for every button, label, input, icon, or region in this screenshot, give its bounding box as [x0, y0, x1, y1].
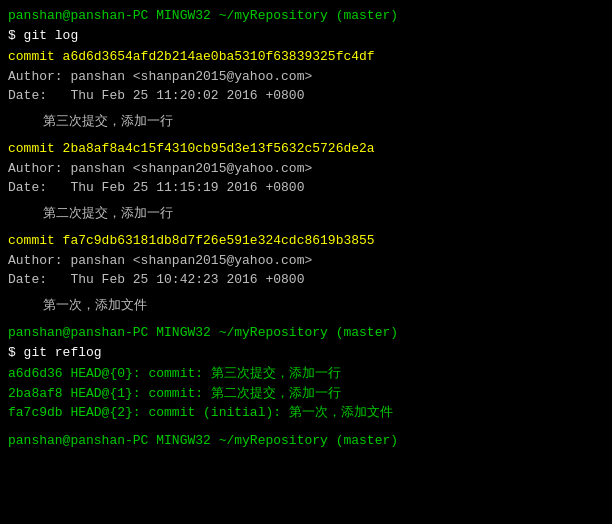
reflog-section: a6d6d36 HEAD@{0}: commit: 第三次提交，添加一行 2ba… [8, 364, 604, 423]
terminal-window: panshan@panshan-PC MINGW32 ~/myRepositor… [0, 0, 612, 524]
commit-hash-1: commit a6d6d3654afd2b214ae0ba5310f638393… [8, 47, 604, 67]
reflog-line-2: 2ba8af8 HEAD@{1}: commit: 第二次提交，添加一行 [8, 384, 604, 404]
blank-2 [8, 131, 604, 137]
prompt-section-2: panshan@panshan-PC MINGW32 ~/myRepositor… [8, 323, 604, 362]
message-1: 第三次提交，添加一行 [8, 112, 604, 132]
prompt-1: panshan@panshan-PC MINGW32 ~/myRepositor… [8, 6, 604, 26]
prompt-2: panshan@panshan-PC MINGW32 ~/myRepositor… [8, 323, 604, 343]
commit-hash-2: commit 2ba8af8a4c15f4310cb95d3e13f5632c5… [8, 139, 604, 159]
author-1: Author: panshan <shanpan2015@yahoo.com> [8, 67, 604, 87]
prompt-3: panshan@panshan-PC MINGW32 ~/myRepositor… [8, 431, 604, 451]
prompt-section-1: panshan@panshan-PC MINGW32 ~/myRepositor… [8, 6, 604, 45]
commit-block-3: commit fa7c9db63181db8d7f26e591e324cdc86… [8, 231, 604, 321]
reflog-line-3: fa7c9db HEAD@{2}: commit (initial): 第一次，… [8, 403, 604, 423]
prompt-section-3: panshan@panshan-PC MINGW32 ~/myRepositor… [8, 431, 604, 451]
reflog-line-1: a6d6d36 HEAD@{0}: commit: 第三次提交，添加一行 [8, 364, 604, 384]
commit-hash-3: commit fa7c9db63181db8d7f26e591e324cdc86… [8, 231, 604, 251]
command-git-reflog: $ git reflog [8, 343, 604, 363]
blank-4 [8, 223, 604, 229]
commit-block-2: commit 2ba8af8a4c15f4310cb95d3e13f5632c5… [8, 139, 604, 229]
commit-block-1: commit a6d6d3654afd2b214ae0ba5310f638393… [8, 47, 604, 137]
author-3: Author: panshan <shanpan2015@yahoo.com> [8, 251, 604, 271]
author-2: Author: panshan <shanpan2015@yahoo.com> [8, 159, 604, 179]
date-2: Date: Thu Feb 25 11:15:19 2016 +0800 [8, 178, 604, 198]
blank-6 [8, 315, 604, 321]
date-1: Date: Thu Feb 25 11:20:02 2016 +0800 [8, 86, 604, 106]
message-2: 第二次提交，添加一行 [8, 204, 604, 224]
message-3: 第一次，添加文件 [8, 296, 604, 316]
command-git-log: $ git log [8, 26, 604, 46]
date-3: Date: Thu Feb 25 10:42:23 2016 +0800 [8, 270, 604, 290]
